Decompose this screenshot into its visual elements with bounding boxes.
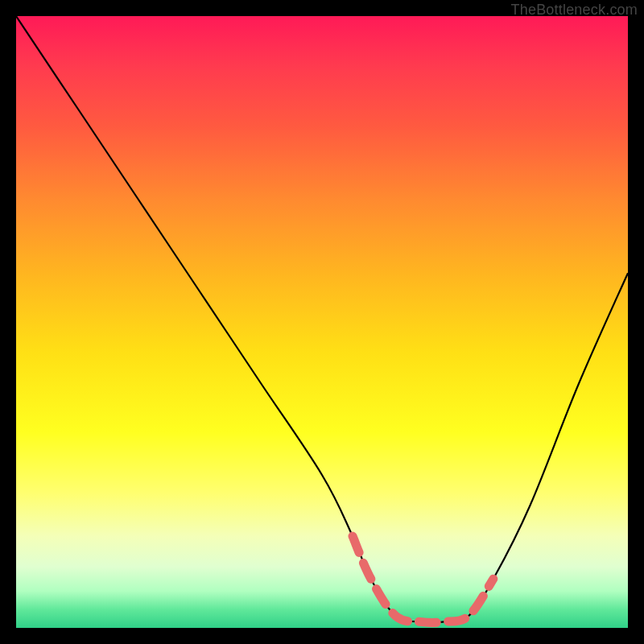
optimal-range-highlight (353, 536, 493, 622)
curve-layer (16, 16, 628, 628)
bottleneck-curve-path (16, 16, 628, 622)
plot-area (16, 16, 628, 628)
chart-frame: TheBottleneck.com (0, 0, 644, 644)
